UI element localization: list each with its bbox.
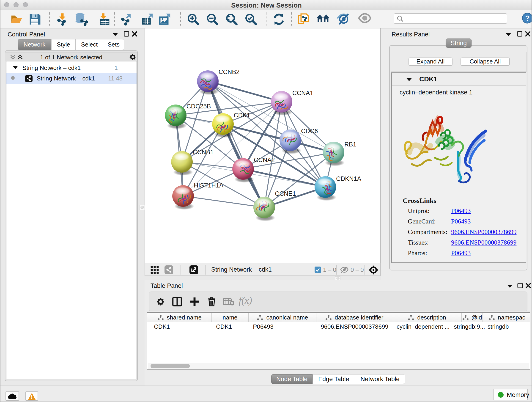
- svg-text:CDC25B: CDC25B: [186, 103, 211, 110]
- svg-text:?: ?: [525, 14, 530, 22]
- svg-text:CCNB2: CCNB2: [219, 69, 240, 75]
- svg-text:CCNE1: CCNE1: [275, 190, 296, 197]
- svg-text:CCNA1: CCNA1: [292, 89, 313, 96]
- svg-text:RB1: RB1: [344, 141, 356, 148]
- svg-text:HIST1H1A: HIST1H1A: [194, 182, 223, 189]
- svg-text:CDC6: CDC6: [301, 128, 318, 134]
- svg-text:CDK1: CDK1: [234, 112, 250, 119]
- svg-text:CDKN1A: CDKN1A: [336, 175, 361, 182]
- svg-text:CCNA2: CCNA2: [254, 157, 275, 163]
- svg-text:CCNB1: CCNB1: [193, 149, 214, 156]
